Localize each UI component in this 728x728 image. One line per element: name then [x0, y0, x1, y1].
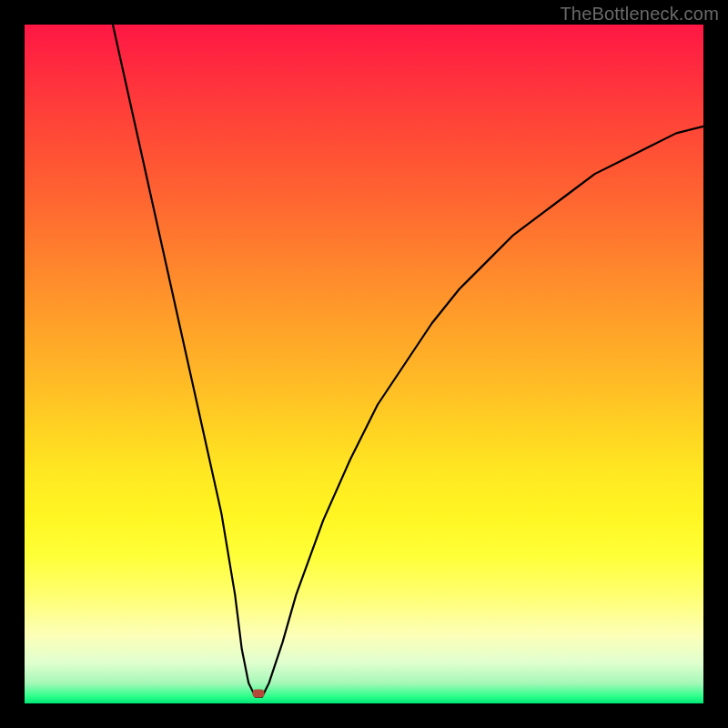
chart-frame: TheBottleneck.com: [0, 0, 728, 728]
plot-area: [25, 25, 703, 703]
minimum-marker: [253, 689, 265, 697]
bottleneck-curve: [25, 25, 703, 703]
attribution-label: TheBottleneck.com: [560, 4, 719, 25]
